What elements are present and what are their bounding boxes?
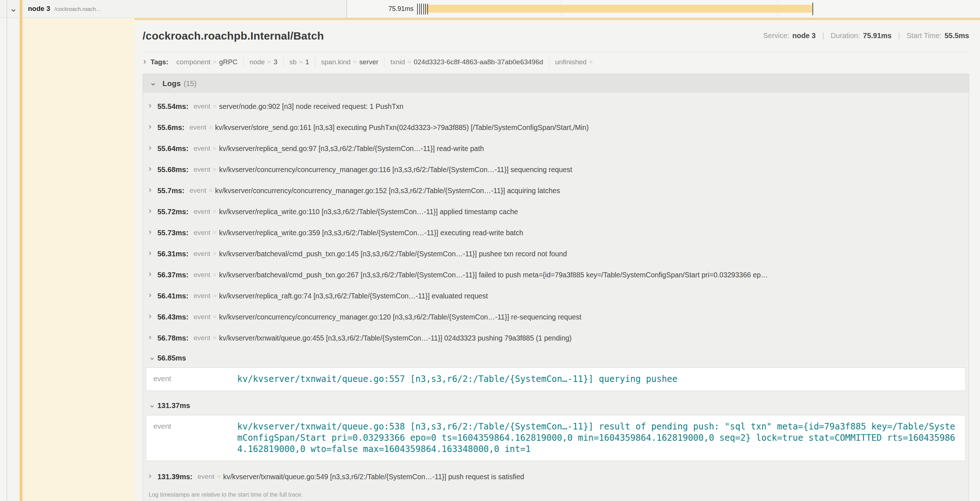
log-equals: = bbox=[213, 208, 216, 215]
span-detail-panel: /cockroach.roachpb.Internal/Batch Servic… bbox=[135, 18, 980, 501]
log-field-value: kv/kvserver/replica_raft.go:74 [n3,s3,r6… bbox=[219, 292, 969, 300]
span-timeline-row[interactable]: ⌄ node 3 /cockroach.roach… 75.91ms bbox=[0, 0, 980, 18]
log-row[interactable]: ›55.64ms:event=kv/kvserver/replica_send.… bbox=[143, 138, 969, 159]
log-equals: = bbox=[213, 292, 216, 300]
chevron-right-icon: › bbox=[149, 472, 158, 480]
collapse-span-chevron-icon[interactable]: ⌄ bbox=[10, 3, 18, 14]
log-field-value: kv/kvserver/txnwait/queue.go:557 [n3,s3,… bbox=[237, 373, 958, 385]
tag-key: unfinished bbox=[555, 58, 587, 66]
log-equals: = bbox=[213, 313, 216, 321]
log-marker-tick-end bbox=[813, 3, 813, 15]
log-row[interactable]: ›55.72ms:event=kv/kvserver/replica_write… bbox=[143, 201, 969, 222]
tag-equals: = bbox=[589, 59, 593, 66]
tag-list: component=gRPCnode=3sb=1span.kind=server… bbox=[170, 57, 601, 67]
log-row[interactable]: ›55.73ms:event=kv/kvserver/replica_write… bbox=[143, 222, 969, 243]
log-row-expanded-header[interactable]: ⌄131.37ms bbox=[143, 396, 969, 415]
logs-accordion-header[interactable]: ⌄ Logs (15) bbox=[143, 74, 969, 93]
log-equals: = bbox=[213, 145, 216, 152]
tag-item[interactable]: span.kind=server bbox=[315, 57, 385, 67]
log-field-value: kv/kvserver/batcheval/cmd_push_txn.go:26… bbox=[219, 271, 969, 279]
log-timestamp: 55.7ms: bbox=[158, 187, 185, 195]
chevron-down-icon: ⌄ bbox=[150, 78, 157, 87]
trace-detail-view: ⌄ node 3 /cockroach.roach… 75.91ms /cock… bbox=[0, 0, 980, 501]
tag-item[interactable]: component=gRPC bbox=[170, 57, 244, 67]
tag-equals: = bbox=[213, 59, 216, 66]
log-timestamp: 55.72ms: bbox=[158, 207, 189, 216]
meta-separator: | bbox=[822, 32, 824, 40]
tag-value: 024d3323-6c8f-4863-aa8b-37ab0e63496d bbox=[414, 58, 543, 66]
tag-item[interactable]: sb=1 bbox=[284, 57, 315, 67]
log-row[interactable]: ›56.31ms:event=kv/kvserver/batcheval/cmd… bbox=[143, 243, 969, 264]
tag-value: server bbox=[360, 58, 379, 66]
start-time-label: Start Time: bbox=[906, 32, 942, 40]
log-field-key: event bbox=[194, 334, 210, 342]
log-row[interactable]: ›56.78ms:event=kv/kvserver/txnwait/queue… bbox=[143, 327, 969, 348]
span-color-accent-bar bbox=[19, 0, 22, 501]
log-row[interactable]: ›55.54ms:event=server/node.go:902 [n3] n… bbox=[143, 96, 969, 117]
log-timestamp: 55.68ms: bbox=[158, 166, 189, 174]
log-marker-tick bbox=[423, 4, 424, 14]
tag-value: gRPC bbox=[219, 58, 237, 66]
log-timestamp: 55.6ms: bbox=[158, 123, 185, 132]
tags-label: Tags: bbox=[151, 58, 168, 66]
log-field-key: event bbox=[198, 473, 214, 481]
service-value: node 3 bbox=[792, 32, 815, 40]
tags-accordion[interactable]: › Tags: component=gRPCnode=3sb=1span.kin… bbox=[143, 52, 969, 72]
tag-item[interactable]: unfinished= bbox=[549, 57, 601, 67]
chevron-down-icon: ⌄ bbox=[149, 401, 158, 409]
tag-item[interactable]: node=3 bbox=[244, 57, 284, 67]
log-field-key: event bbox=[190, 187, 206, 195]
log-timestamp: 56.78ms: bbox=[158, 334, 189, 342]
log-field-key: event bbox=[194, 102, 210, 110]
log-timestamp: 56.43ms: bbox=[158, 313, 189, 321]
log-equals: = bbox=[213, 166, 216, 173]
chevron-right-icon: › bbox=[149, 165, 158, 173]
log-row[interactable]: ›56.37ms:event=kv/kvserver/batcheval/cmd… bbox=[143, 264, 969, 286]
tree-indent-guide bbox=[6, 0, 7, 501]
logs-list: ›55.54ms:event=server/node.go:902 [n3] n… bbox=[143, 93, 969, 487]
log-marker-tick bbox=[417, 4, 418, 14]
log-field-value: kv/kvserver/batcheval/cmd_push_txn.go:14… bbox=[219, 250, 969, 258]
log-row[interactable]: ›55.7ms:event=kv/kvserver/concurrency/co… bbox=[143, 180, 969, 201]
duration-value: 75.91ms bbox=[863, 32, 891, 40]
span-duration-bar[interactable] bbox=[425, 5, 813, 13]
start-time-value: 55.5ms bbox=[945, 32, 969, 40]
log-field-key: event bbox=[190, 123, 206, 131]
duration-label: Duration: bbox=[830, 32, 860, 40]
tag-item[interactable]: txnid=024d3323-6c8f-4863-aa8b-37ab0e6349… bbox=[385, 57, 549, 67]
log-row[interactable]: ›56.41ms:event=kv/kvserver/replica_raft.… bbox=[143, 286, 969, 306]
log-equals: = bbox=[213, 271, 216, 278]
chevron-right-icon: › bbox=[149, 312, 158, 320]
meta-separator: | bbox=[898, 32, 900, 40]
service-label: Service: bbox=[763, 32, 789, 40]
log-timestamp: 56.31ms: bbox=[158, 250, 189, 258]
log-keyvalue-table: eventkv/kvserver/txnwait/queue.go:538 [n… bbox=[146, 415, 966, 461]
log-row[interactable]: ›131.39ms:event=kv/kvserver/txnwait/queu… bbox=[143, 466, 969, 487]
log-field-value: kv/kvserver/replica_write.go:359 [n3,s3,… bbox=[219, 229, 969, 237]
span-name[interactable]: node 3 /cockroach.roach… bbox=[28, 0, 101, 18]
span-meta: Service: node 3 | Duration: 75.91ms | St… bbox=[763, 32, 969, 40]
log-row-expanded-header[interactable]: ⌄56.85ms bbox=[143, 348, 969, 367]
log-row[interactable]: ›55.68ms:event=kv/kvserver/concurrency/c… bbox=[143, 159, 969, 180]
log-keyvalue-table: eventkv/kvserver/txnwait/queue.go:557 [n… bbox=[146, 367, 966, 391]
log-field-value: kv/kvserver/txnwait/queue.go:538 [n3,s3,… bbox=[237, 421, 958, 455]
log-timestamp: 55.73ms: bbox=[158, 229, 189, 237]
log-equals: = bbox=[209, 124, 213, 131]
span-service-name: node 3 bbox=[28, 5, 50, 13]
log-field-value: kv/kvserver/replica_send.go:97 [n3,s3,r6… bbox=[219, 145, 969, 153]
tag-equals: = bbox=[408, 59, 411, 66]
log-row[interactable]: ›56.43ms:event=kv/kvserver/concurrency/c… bbox=[143, 306, 969, 327]
log-equals: = bbox=[217, 473, 221, 480]
log-field-key: event bbox=[194, 292, 210, 300]
logs-section: ⌄ Logs (15) ›55.54ms:event=server/node.g… bbox=[143, 74, 969, 501]
tag-value: 1 bbox=[305, 58, 309, 66]
log-field-key: event bbox=[194, 145, 210, 153]
log-field-key: event bbox=[194, 166, 210, 174]
chevron-right-icon: › bbox=[149, 249, 158, 257]
log-marker-tick bbox=[421, 4, 422, 14]
log-row[interactable]: ›55.6ms:event=kv/kvserver/store_send.go:… bbox=[143, 117, 969, 138]
chevron-right-icon: › bbox=[149, 186, 158, 194]
log-field-value: kv/kvserver/concurrency/concurrency_mana… bbox=[219, 313, 969, 321]
chevron-right-icon: › bbox=[149, 333, 158, 341]
tag-key: span.kind bbox=[321, 58, 350, 66]
